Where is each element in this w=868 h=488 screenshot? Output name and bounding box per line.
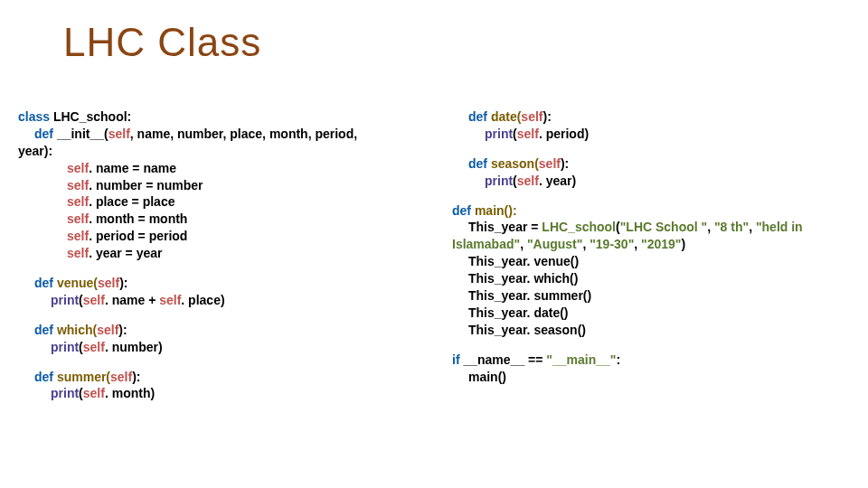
slide: LHC Class class LHC_school: def __init__… bbox=[0, 0, 868, 488]
code-line: This_year. summer() bbox=[452, 287, 850, 305]
text: , bbox=[707, 220, 714, 234]
string-literal: "8 th" bbox=[714, 220, 749, 234]
code-line: This_year. date() bbox=[452, 305, 850, 322]
code-line: def season(self): bbox=[452, 155, 850, 173]
keyword-def: def bbox=[468, 156, 491, 171]
text: , bbox=[634, 237, 641, 251]
keyword-self: self bbox=[110, 370, 132, 384]
code-line: This_year. season() bbox=[452, 322, 850, 339]
keyword-self: self bbox=[83, 340, 105, 354]
text: __name__ == bbox=[463, 352, 546, 367]
keyword-def: def bbox=[34, 370, 57, 384]
func-print: print bbox=[51, 293, 79, 307]
blank-line bbox=[452, 339, 850, 352]
code-line: This_year = LHC_school("LHC School ", "8… bbox=[452, 219, 850, 236]
func-print: print bbox=[485, 127, 513, 141]
keyword-self: self bbox=[159, 293, 181, 307]
string-literal: "2019" bbox=[641, 237, 681, 251]
keyword-self: self bbox=[98, 276, 119, 290]
text: . year = year bbox=[89, 246, 162, 260]
code-line: def summer(self): bbox=[18, 369, 434, 386]
text: ) bbox=[681, 237, 685, 251]
string-literal: "held in bbox=[756, 220, 803, 234]
code-line: def venue(self): bbox=[18, 275, 434, 292]
code-line: main() bbox=[452, 369, 850, 386]
text: . number = number bbox=[89, 178, 203, 192]
slide-title: LHC Class bbox=[63, 20, 261, 65]
code-line: print(self. month) bbox=[18, 385, 434, 402]
text: This_year. date() bbox=[468, 305, 569, 320]
text: . period) bbox=[539, 127, 589, 141]
text: . period = period bbox=[89, 229, 187, 243]
code-line: print(self. name + self. place) bbox=[18, 292, 434, 309]
func-print: print bbox=[51, 386, 79, 400]
keyword-self: self bbox=[67, 211, 89, 226]
code-line: This_year. venue() bbox=[452, 253, 850, 270]
text: . name = name bbox=[89, 161, 176, 175]
keyword-self: self bbox=[83, 293, 105, 307]
code-line: if __name__ == "__main__": bbox=[452, 352, 850, 369]
text: . month) bbox=[105, 386, 155, 400]
code-line: self. period = period bbox=[18, 228, 434, 245]
keyword-self: self bbox=[108, 127, 130, 141]
keyword-def: def bbox=[452, 203, 475, 218]
text: LHC_school: bbox=[53, 109, 131, 124]
string-literal: "August" bbox=[527, 237, 583, 251]
func-name: date( bbox=[491, 109, 521, 124]
keyword-self: self bbox=[521, 109, 542, 124]
keyword-self: self bbox=[83, 386, 105, 400]
text: , name, number, place, month, period, bbox=[130, 127, 357, 141]
keyword-self: self bbox=[97, 323, 118, 337]
keyword-def: def bbox=[468, 109, 491, 124]
text: . place = place bbox=[89, 194, 175, 209]
text: __init__( bbox=[57, 127, 108, 141]
func-name: which( bbox=[57, 323, 97, 337]
code-column-left: class LHC_school: def __init__(self, nam… bbox=[18, 108, 434, 402]
keyword-if: if bbox=[452, 352, 463, 367]
code-line: year): bbox=[18, 143, 434, 160]
code-line: self. month = month bbox=[18, 211, 434, 228]
blank-line bbox=[18, 262, 434, 275]
string-literal: "__main__" bbox=[546, 352, 616, 367]
keyword-self: self bbox=[67, 178, 89, 192]
string-literal: "LHC School " bbox=[620, 220, 708, 234]
text: ): bbox=[542, 109, 551, 124]
code-line: def __init__(self, name, number, place, … bbox=[18, 126, 434, 143]
func-name: summer( bbox=[57, 370, 110, 384]
code-column-right: def date(self): print(self. period) def … bbox=[452, 108, 850, 385]
func-print: print bbox=[51, 340, 79, 354]
text: This_year. season() bbox=[468, 323, 586, 337]
keyword-class: class bbox=[18, 109, 53, 124]
blank-line bbox=[18, 356, 434, 369]
blank-line bbox=[452, 143, 850, 155]
code-line: self. number = number bbox=[18, 177, 434, 194]
text: , bbox=[749, 220, 756, 234]
text: This_year. venue() bbox=[468, 254, 579, 268]
keyword-self: self bbox=[539, 156, 561, 171]
text: ): bbox=[561, 156, 569, 171]
code-line: self. name = name bbox=[18, 160, 434, 177]
text: . place) bbox=[181, 293, 224, 307]
code-line: def which(self): bbox=[18, 322, 434, 339]
text: This_year = bbox=[468, 220, 542, 234]
text: ): bbox=[119, 276, 127, 290]
code-line: print(self. number) bbox=[18, 339, 434, 356]
code-line: Islamabad", "August", "19-30", "2019") bbox=[452, 236, 850, 253]
func-print: print bbox=[485, 174, 513, 188]
blank-line bbox=[452, 190, 850, 202]
text: main() bbox=[468, 370, 506, 384]
code-line: class LHC_school: bbox=[18, 108, 434, 126]
code-line: This_year. which() bbox=[452, 270, 850, 287]
keyword-self: self bbox=[517, 174, 539, 188]
string-literal: Islamabad" bbox=[452, 237, 520, 251]
text: This_year. summer() bbox=[468, 288, 591, 303]
keyword-def: def bbox=[34, 323, 57, 337]
func-name: season( bbox=[491, 156, 539, 171]
keyword-self: self bbox=[67, 229, 89, 243]
keyword-def: def bbox=[34, 276, 57, 290]
text: . number) bbox=[105, 340, 163, 354]
text: This_year. which() bbox=[468, 271, 578, 286]
keyword-self: self bbox=[67, 246, 89, 260]
blank-line bbox=[18, 309, 434, 322]
text: , bbox=[520, 237, 527, 251]
